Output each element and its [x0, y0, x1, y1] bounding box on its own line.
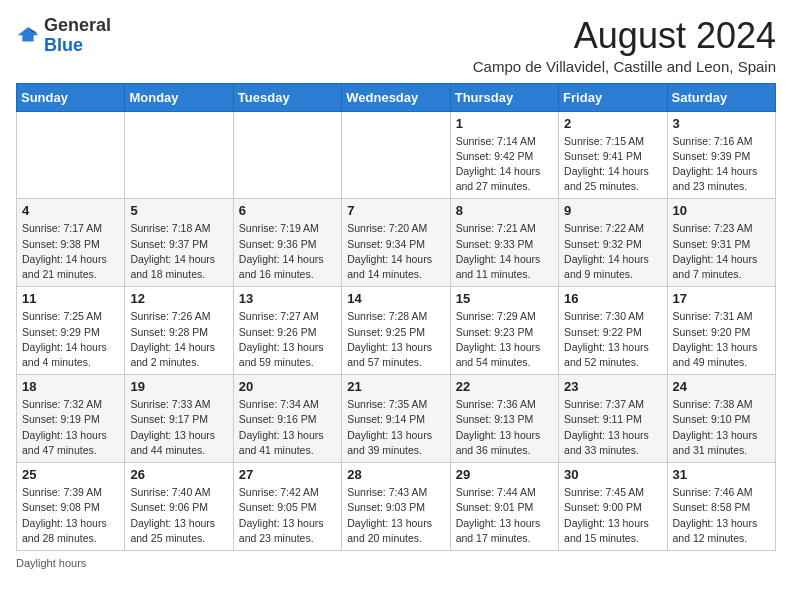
calendar-cell: 13Sunrise: 7:27 AMSunset: 9:26 PMDayligh… — [233, 287, 341, 375]
day-number: 23 — [564, 379, 661, 394]
day-number: 10 — [673, 203, 770, 218]
day-number: 28 — [347, 467, 444, 482]
day-info: Sunrise: 7:29 AMSunset: 9:23 PMDaylight:… — [456, 309, 553, 370]
day-info: Sunrise: 7:15 AMSunset: 9:41 PMDaylight:… — [564, 134, 661, 195]
calendar-cell: 2Sunrise: 7:15 AMSunset: 9:41 PMDaylight… — [559, 111, 667, 199]
day-info: Sunrise: 7:25 AMSunset: 9:29 PMDaylight:… — [22, 309, 119, 370]
day-number: 24 — [673, 379, 770, 394]
calendar-cell: 1Sunrise: 7:14 AMSunset: 9:42 PMDaylight… — [450, 111, 558, 199]
day-number: 21 — [347, 379, 444, 394]
day-info: Sunrise: 7:34 AMSunset: 9:16 PMDaylight:… — [239, 397, 336, 458]
logo-text: General Blue — [44, 16, 111, 56]
title-area: August 2024 Campo de Villavidel, Castill… — [473, 16, 776, 75]
calendar-week-5: 25Sunrise: 7:39 AMSunset: 9:08 PMDayligh… — [17, 463, 776, 551]
calendar-cell: 21Sunrise: 7:35 AMSunset: 9:14 PMDayligh… — [342, 375, 450, 463]
calendar-cell: 5Sunrise: 7:18 AMSunset: 9:37 PMDaylight… — [125, 199, 233, 287]
day-number: 1 — [456, 116, 553, 131]
calendar-cell: 29Sunrise: 7:44 AMSunset: 9:01 PMDayligh… — [450, 463, 558, 551]
day-number: 20 — [239, 379, 336, 394]
weekday-header-wednesday: Wednesday — [342, 83, 450, 111]
day-number: 6 — [239, 203, 336, 218]
calendar-week-2: 4Sunrise: 7:17 AMSunset: 9:38 PMDaylight… — [17, 199, 776, 287]
day-number: 22 — [456, 379, 553, 394]
day-info: Sunrise: 7:18 AMSunset: 9:37 PMDaylight:… — [130, 221, 227, 282]
calendar-cell: 18Sunrise: 7:32 AMSunset: 9:19 PMDayligh… — [17, 375, 125, 463]
calendar-cell: 28Sunrise: 7:43 AMSunset: 9:03 PMDayligh… — [342, 463, 450, 551]
calendar-cell: 27Sunrise: 7:42 AMSunset: 9:05 PMDayligh… — [233, 463, 341, 551]
weekday-header-saturday: Saturday — [667, 83, 775, 111]
day-info: Sunrise: 7:17 AMSunset: 9:38 PMDaylight:… — [22, 221, 119, 282]
day-number: 31 — [673, 467, 770, 482]
svg-marker-0 — [18, 27, 39, 41]
day-info: Sunrise: 7:20 AMSunset: 9:34 PMDaylight:… — [347, 221, 444, 282]
location-title: Campo de Villavidel, Castille and Leon, … — [473, 58, 776, 75]
logo: General Blue — [16, 16, 111, 56]
day-info: Sunrise: 7:44 AMSunset: 9:01 PMDaylight:… — [456, 485, 553, 546]
day-number: 3 — [673, 116, 770, 131]
day-number: 2 — [564, 116, 661, 131]
day-number: 17 — [673, 291, 770, 306]
calendar-cell: 24Sunrise: 7:38 AMSunset: 9:10 PMDayligh… — [667, 375, 775, 463]
day-info: Sunrise: 7:37 AMSunset: 9:11 PMDaylight:… — [564, 397, 661, 458]
day-info: Sunrise: 7:28 AMSunset: 9:25 PMDaylight:… — [347, 309, 444, 370]
day-info: Sunrise: 7:45 AMSunset: 9:00 PMDaylight:… — [564, 485, 661, 546]
calendar-cell: 30Sunrise: 7:45 AMSunset: 9:00 PMDayligh… — [559, 463, 667, 551]
calendar-cell: 11Sunrise: 7:25 AMSunset: 9:29 PMDayligh… — [17, 287, 125, 375]
weekday-header-row: SundayMondayTuesdayWednesdayThursdayFrid… — [17, 83, 776, 111]
calendar-cell: 8Sunrise: 7:21 AMSunset: 9:33 PMDaylight… — [450, 199, 558, 287]
day-number: 25 — [22, 467, 119, 482]
weekday-header-tuesday: Tuesday — [233, 83, 341, 111]
day-info: Sunrise: 7:22 AMSunset: 9:32 PMDaylight:… — [564, 221, 661, 282]
page-header: General Blue August 2024 Campo de Villav… — [16, 16, 776, 75]
day-info: Sunrise: 7:23 AMSunset: 9:31 PMDaylight:… — [673, 221, 770, 282]
day-number: 12 — [130, 291, 227, 306]
calendar-cell: 15Sunrise: 7:29 AMSunset: 9:23 PMDayligh… — [450, 287, 558, 375]
footnote: Daylight hours — [16, 557, 776, 569]
day-number: 15 — [456, 291, 553, 306]
logo-icon — [16, 24, 40, 48]
day-info: Sunrise: 7:32 AMSunset: 9:19 PMDaylight:… — [22, 397, 119, 458]
day-info: Sunrise: 7:33 AMSunset: 9:17 PMDaylight:… — [130, 397, 227, 458]
day-number: 9 — [564, 203, 661, 218]
calendar-cell: 26Sunrise: 7:40 AMSunset: 9:06 PMDayligh… — [125, 463, 233, 551]
day-number: 26 — [130, 467, 227, 482]
day-info: Sunrise: 7:36 AMSunset: 9:13 PMDaylight:… — [456, 397, 553, 458]
calendar-cell: 22Sunrise: 7:36 AMSunset: 9:13 PMDayligh… — [450, 375, 558, 463]
calendar-cell — [342, 111, 450, 199]
calendar-cell: 12Sunrise: 7:26 AMSunset: 9:28 PMDayligh… — [125, 287, 233, 375]
calendar-cell — [125, 111, 233, 199]
day-info: Sunrise: 7:27 AMSunset: 9:26 PMDaylight:… — [239, 309, 336, 370]
weekday-header-monday: Monday — [125, 83, 233, 111]
day-number: 18 — [22, 379, 119, 394]
calendar-cell: 7Sunrise: 7:20 AMSunset: 9:34 PMDaylight… — [342, 199, 450, 287]
calendar-cell: 23Sunrise: 7:37 AMSunset: 9:11 PMDayligh… — [559, 375, 667, 463]
day-number: 11 — [22, 291, 119, 306]
day-info: Sunrise: 7:31 AMSunset: 9:20 PMDaylight:… — [673, 309, 770, 370]
day-info: Sunrise: 7:30 AMSunset: 9:22 PMDaylight:… — [564, 309, 661, 370]
month-title: August 2024 — [473, 16, 776, 56]
day-number: 19 — [130, 379, 227, 394]
calendar-table: SundayMondayTuesdayWednesdayThursdayFrid… — [16, 83, 776, 551]
calendar-cell: 3Sunrise: 7:16 AMSunset: 9:39 PMDaylight… — [667, 111, 775, 199]
calendar-cell: 16Sunrise: 7:30 AMSunset: 9:22 PMDayligh… — [559, 287, 667, 375]
day-info: Sunrise: 7:35 AMSunset: 9:14 PMDaylight:… — [347, 397, 444, 458]
day-info: Sunrise: 7:26 AMSunset: 9:28 PMDaylight:… — [130, 309, 227, 370]
calendar-cell — [17, 111, 125, 199]
day-number: 13 — [239, 291, 336, 306]
day-info: Sunrise: 7:38 AMSunset: 9:10 PMDaylight:… — [673, 397, 770, 458]
day-info: Sunrise: 7:16 AMSunset: 9:39 PMDaylight:… — [673, 134, 770, 195]
day-info: Sunrise: 7:21 AMSunset: 9:33 PMDaylight:… — [456, 221, 553, 282]
calendar-cell: 20Sunrise: 7:34 AMSunset: 9:16 PMDayligh… — [233, 375, 341, 463]
weekday-header-friday: Friday — [559, 83, 667, 111]
calendar-cell: 31Sunrise: 7:46 AMSunset: 8:58 PMDayligh… — [667, 463, 775, 551]
day-info: Sunrise: 7:40 AMSunset: 9:06 PMDaylight:… — [130, 485, 227, 546]
day-info: Sunrise: 7:14 AMSunset: 9:42 PMDaylight:… — [456, 134, 553, 195]
day-info: Sunrise: 7:43 AMSunset: 9:03 PMDaylight:… — [347, 485, 444, 546]
calendar-cell — [233, 111, 341, 199]
weekday-header-sunday: Sunday — [17, 83, 125, 111]
day-number: 7 — [347, 203, 444, 218]
day-number: 29 — [456, 467, 553, 482]
weekday-header-thursday: Thursday — [450, 83, 558, 111]
calendar-cell: 10Sunrise: 7:23 AMSunset: 9:31 PMDayligh… — [667, 199, 775, 287]
calendar-cell: 17Sunrise: 7:31 AMSunset: 9:20 PMDayligh… — [667, 287, 775, 375]
